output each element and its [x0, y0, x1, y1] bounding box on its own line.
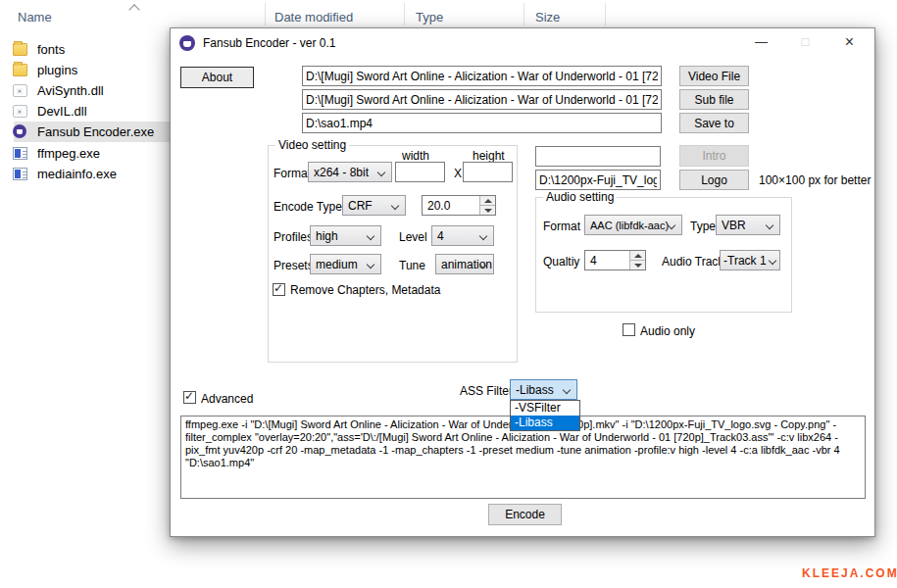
level-label: Level [399, 230, 427, 244]
video-setting-group: Video setting width height Format x264 -… [268, 145, 518, 363]
about-button[interactable]: About [180, 67, 254, 88]
file-row-fonts[interactable]: fonts [14, 39, 173, 60]
spin-down-button[interactable] [630, 261, 645, 270]
title-bar[interactable]: Fansub Encoder - ver 0.1 — □ × [171, 28, 874, 58]
height-input[interactable] [463, 162, 513, 182]
audio-type-label: Type [690, 220, 716, 233]
height-label: height [473, 149, 505, 163]
quality-spinner[interactable]: 4 [584, 250, 646, 270]
watermark: KLEEJA.COM [802, 566, 897, 580]
checkmark-icon: ✓ [184, 389, 194, 403]
save-to-button[interactable]: Save to [679, 113, 749, 133]
audio-only-label: Audio only [640, 324, 695, 338]
presets-value: medium [316, 258, 358, 271]
profiles-value: high [316, 229, 338, 243]
times-label: X [454, 167, 462, 180]
fansub-encoder-window: Fansub Encoder - ver 0.1 — □ × About Vid… [170, 27, 875, 537]
crf-value: 20.0 [427, 199, 450, 213]
encode-type-value: CRF [348, 199, 373, 213]
intro-button[interactable]: Intro [679, 145, 749, 167]
app-icon [179, 35, 195, 51]
audio-track-value: -Track 1 [723, 254, 767, 268]
dropdown-option-vsfilter[interactable]: -VSFilter [511, 401, 579, 416]
level-select[interactable]: 4 [431, 225, 494, 246]
column-separator[interactable] [605, 3, 606, 25]
checkmark-icon: ✓ [274, 281, 283, 295]
remove-chapters-checkbox[interactable]: ✓ [273, 283, 285, 296]
video-file-input[interactable] [302, 66, 662, 86]
chevron-down-icon [367, 261, 374, 269]
save-to-input[interactable] [302, 113, 662, 133]
audio-type-value: VBR [722, 219, 746, 232]
file-name: Fansub Encoder.exe [37, 122, 154, 142]
column-header-date-modified[interactable]: Date modified [274, 10, 353, 24]
ass-filter-select[interactable]: -Libass [510, 379, 577, 400]
file-row-avisynth-dll[interactable]: AviSynth.dll [14, 80, 173, 101]
logo-button[interactable]: Logo [679, 170, 749, 190]
tune-label: Tune [399, 259, 425, 272]
format-label: Format [274, 167, 311, 180]
file-name: ffmpeg.exe [37, 143, 100, 164]
audio-only-checkbox[interactable] [623, 323, 635, 336]
audio-track-label: Audio Track [662, 255, 723, 269]
intro-input[interactable] [535, 146, 661, 167]
format-value: x264 - 8bit [314, 166, 369, 179]
sub-file-input[interactable] [302, 89, 662, 110]
advanced-checkbox[interactable]: ✓ [183, 391, 196, 404]
file-row-plugins[interactable]: plugins [14, 60, 173, 80]
column-separator[interactable] [523, 3, 524, 25]
folder-icon [13, 43, 27, 56]
video-file-button[interactable]: Video File [679, 66, 749, 86]
dropdown-option-libass-highlighted[interactable]: -Libass [511, 416, 579, 430]
audio-format-value: AAC (libfdk-aac) [590, 220, 669, 231]
close-button[interactable]: × [827, 28, 872, 58]
width-input[interactable] [395, 162, 445, 182]
format-select[interactable]: x264 - 8bit [308, 162, 392, 182]
remove-chapters-label: Remove Chapters, Metadata [290, 283, 440, 297]
chevron-down-icon [769, 257, 776, 265]
ass-filter-dropdown: -VSFilter -Libass [510, 400, 580, 431]
column-separator[interactable] [404, 3, 405, 25]
sub-file-button[interactable]: Sub file [679, 89, 749, 110]
quality-label: Qualtiy [543, 255, 579, 269]
chevron-down-icon [391, 202, 399, 210]
audio-type-select[interactable]: VBR [716, 215, 780, 235]
tune-value: animation [441, 258, 477, 271]
file-row-mediainfo-exe[interactable]: mediainfo.exe [14, 164, 173, 184]
chevron-down-icon [367, 232, 374, 240]
column-separator[interactable] [265, 3, 266, 25]
level-value: 4 [437, 229, 444, 243]
file-name: AviSynth.dll [37, 80, 104, 101]
video-setting-group-label: Video setting [275, 138, 349, 152]
column-header-name[interactable]: Name [18, 10, 52, 24]
file-row-ffmpeg-exe[interactable]: ffmpeg.exe [14, 143, 173, 164]
crf-spinner[interactable]: 20.0 [422, 195, 496, 216]
profiles-select[interactable]: high [310, 225, 381, 246]
quality-value: 4 [590, 254, 597, 268]
audio-format-select[interactable]: AAC (libfdk-aac) [584, 215, 682, 235]
column-header-size[interactable]: Size [535, 10, 560, 24]
file-row-devil-dll[interactable]: DevIL.dll [14, 101, 173, 122]
advanced-label: Advanced [201, 392, 253, 406]
audio-track-select[interactable]: -Track 1 [720, 250, 780, 270]
minimize-button[interactable]: — [739, 28, 783, 58]
logo-hint: 100×100 px for better [759, 173, 871, 187]
tune-select[interactable]: animation [435, 254, 494, 274]
column-header-type[interactable]: Type [416, 10, 443, 24]
spin-up-button[interactable] [480, 196, 495, 206]
encode-button[interactable]: Encode [488, 504, 562, 525]
logo-input[interactable] [535, 170, 661, 190]
maximize-button[interactable]: □ [783, 28, 827, 58]
presets-select[interactable]: medium [310, 254, 381, 274]
encode-type-label: Encode Type [274, 200, 342, 214]
file-row-fansub-encoder-exe-selected[interactable]: Fansub Encoder.exe [14, 122, 173, 142]
encode-type-select[interactable]: CRF [342, 195, 406, 216]
audio-setting-group: Audio setting Format AAC (libfdk-aac) Ty… [535, 197, 792, 313]
console-app-icon [13, 147, 27, 160]
spin-down-button[interactable] [480, 206, 495, 215]
sort-ascending-icon [128, 4, 139, 15]
spin-up-button[interactable] [630, 251, 645, 261]
width-label: width [402, 149, 429, 163]
console-app-icon [13, 168, 27, 180]
audio-format-label: Format [543, 220, 580, 233]
